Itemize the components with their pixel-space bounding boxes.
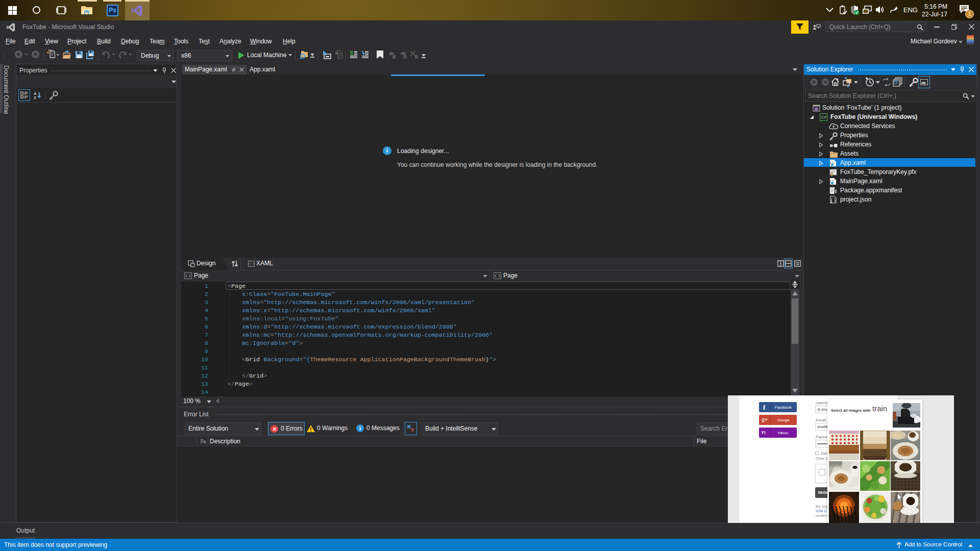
svg-text:+: + — [21, 95, 23, 98]
svg-text:Z: Z — [34, 95, 36, 99]
svg-text:+: + — [21, 91, 23, 94]
